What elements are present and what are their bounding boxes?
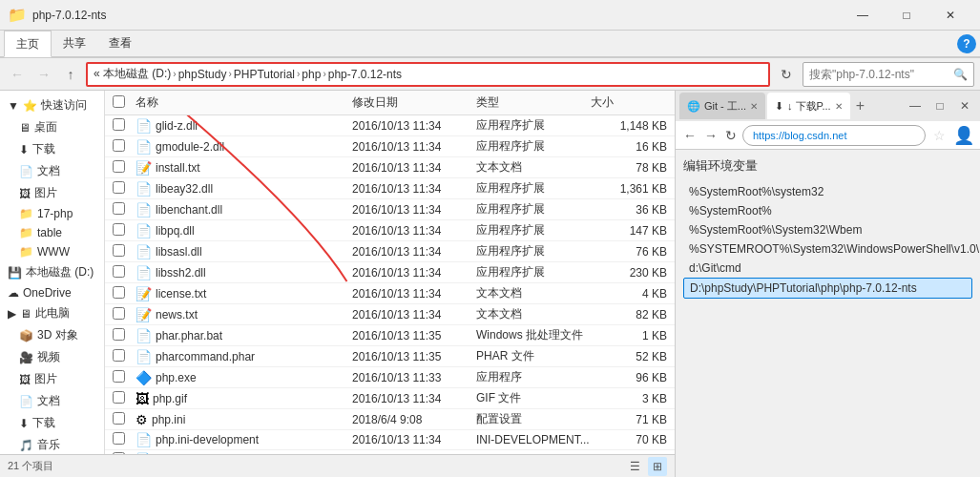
- sidebar-item-pictures[interactable]: 🖼 图片: [0, 182, 104, 204]
- browser-forward-button[interactable]: →: [702, 126, 719, 145]
- table-row[interactable]: 📄 glid-z.dll 2016/10/13 11:34 应用程序扩展 1,1…: [105, 115, 675, 136]
- row-checkbox[interactable]: [113, 328, 125, 341]
- download-icon: ⬇: [19, 143, 29, 156]
- sidebar-item-label: 17-php: [37, 207, 73, 220]
- sidebar-item-video[interactable]: 🎥 视频: [0, 346, 104, 368]
- table-row[interactable]: 📄 libsasl.dll 2016/10/13 11:34 应用程序扩展 76…: [105, 241, 675, 262]
- sidebar-item-desktop[interactable]: 🖥 桌面: [0, 116, 104, 138]
- row-checkbox[interactable]: [113, 370, 125, 383]
- table-row[interactable]: 📄 php.ini-development 2016/10/13 11:34 I…: [105, 430, 675, 450]
- table-row[interactable]: 📝 license.txt 2016/10/13 11:34 文本文档 4 KB: [105, 283, 675, 304]
- col-type-header[interactable]: 类型: [476, 94, 591, 111]
- env-item[interactable]: %SystemRoot%\System32\Wbem: [683, 220, 972, 239]
- profile-icon[interactable]: 👤: [953, 125, 974, 146]
- search-input[interactable]: [809, 68, 949, 81]
- browser-back-button[interactable]: ←: [681, 126, 699, 145]
- select-all-checkbox[interactable]: [113, 95, 125, 108]
- tab-home[interactable]: 主页: [4, 31, 52, 57]
- add-tab-button[interactable]: +: [852, 97, 868, 114]
- tab-share[interactable]: 共享: [52, 31, 97, 57]
- row-checkbox[interactable]: [113, 412, 125, 425]
- browser-minimize-button[interactable]: —: [904, 94, 927, 117]
- download-tab-close[interactable]: ✕: [835, 101, 843, 112]
- env-item[interactable]: %SYSTEMROOT%\System32\WindowsPowerShell\…: [683, 239, 972, 259]
- env-item[interactable]: %SystemRoot%: [683, 201, 972, 220]
- sidebar-item-quick-access[interactable]: ▼ ⭐ 快速访问: [0, 94, 104, 116]
- up-button[interactable]: ↑: [59, 63, 82, 86]
- row-checkbox[interactable]: [113, 223, 125, 236]
- close-button[interactable]: ✕: [928, 0, 972, 31]
- maximize-button[interactable]: □: [885, 0, 928, 31]
- crumb-php[interactable]: php: [302, 68, 321, 81]
- row-checkbox[interactable]: [113, 265, 125, 278]
- browser-url-input[interactable]: [742, 125, 926, 146]
- sidebar-item-documents[interactable]: 📄 文档: [0, 160, 104, 182]
- table-row[interactable]: 📄 phar.phar.bat 2016/10/13 11:35 Windows…: [105, 325, 675, 346]
- forward-button[interactable]: →: [32, 63, 55, 86]
- table-row[interactable]: 📝 news.txt 2016/10/13 11:34 文本文档 82 KB: [105, 304, 675, 325]
- detail-view-button[interactable]: ⊞: [648, 457, 667, 476]
- row-checkbox[interactable]: [113, 160, 125, 173]
- file-type-icon: 📄: [136, 265, 152, 280]
- file-name: phar.phar.bat: [156, 329, 222, 342]
- bookmark-star-icon[interactable]: ☆: [929, 128, 949, 143]
- tab-view[interactable]: 查看: [97, 31, 143, 57]
- env-item[interactable]: d:\Git\cmd: [683, 259, 972, 278]
- table-row[interactable]: 📄 gmodule-2.dll 2016/10/13 11:34 应用程序扩展 …: [105, 136, 675, 157]
- row-checkbox[interactable]: [113, 139, 125, 152]
- sidebar-item-www[interactable]: 📁 WWW: [0, 242, 104, 261]
- col-date-header[interactable]: 修改日期: [352, 94, 476, 111]
- list-view-button[interactable]: ☰: [625, 457, 644, 476]
- table-row[interactable]: 📄 libpq.dll 2016/10/13 11:34 应用程序扩展 147 …: [105, 220, 675, 241]
- row-checkbox[interactable]: [113, 181, 125, 194]
- sidebar-item-3d[interactable]: 📦 3D 对象: [0, 324, 104, 346]
- address-box[interactable]: « 本地磁盘 (D:) › phpStudy › PHPTutorial › p…: [86, 62, 770, 87]
- row-checkbox[interactable]: [113, 307, 125, 320]
- minimize-button[interactable]: —: [841, 0, 885, 31]
- sidebar-item-onedrive[interactable]: ☁ OneDrive: [0, 283, 104, 302]
- sidebar-item-downloads[interactable]: ⬇ 下载: [0, 138, 104, 160]
- back-button[interactable]: ←: [6, 63, 29, 86]
- row-checkbox[interactable]: [113, 244, 125, 257]
- row-checkbox[interactable]: [113, 118, 125, 131]
- file-type: 应用程序扩展: [476, 180, 591, 197]
- browser-close-button[interactable]: ✕: [953, 94, 976, 117]
- sidebar-item-this-pc[interactable]: ▶ 🖥 此电脑: [0, 302, 104, 324]
- table-row[interactable]: 🖼 php.gif 2016/10/13 11:34 GIF 文件 3 KB: [105, 388, 675, 409]
- row-checkbox[interactable]: [113, 286, 125, 299]
- sidebar-item-downloads2[interactable]: ⬇ 下载: [0, 412, 104, 434]
- refresh-button[interactable]: ↻: [774, 62, 799, 87]
- col-size-header[interactable]: 大小: [591, 94, 667, 111]
- sidebar-item-documents2[interactable]: 📄 文档: [0, 390, 104, 412]
- env-item[interactable]: D:\phpStudy\PHPTutorial\php\php-7.0.12-n…: [683, 278, 972, 299]
- row-checkbox[interactable]: [113, 349, 125, 362]
- crumb-phptutorial[interactable]: PHPTutorial: [234, 68, 295, 81]
- crumb-pc[interactable]: « 本地磁盘 (D:): [94, 66, 171, 82]
- table-row[interactable]: ⚙ php.ini 2018/6/4 9:08 配置设置 71 KB: [105, 409, 675, 430]
- row-checkbox[interactable]: [113, 391, 125, 404]
- file-size: 52 KB: [591, 350, 667, 363]
- table-row[interactable]: 🔷 php.exe 2016/10/13 11:33 应用程序 96 KB: [105, 367, 675, 388]
- table-row[interactable]: 📄 libssh2.dll 2016/10/13 11:34 应用程序扩展 23…: [105, 262, 675, 283]
- browser-tab-download[interactable]: ⬇ ↓ 下载P... ✕: [767, 93, 850, 119]
- browser-maximize-button[interactable]: □: [928, 94, 951, 117]
- sidebar-item-local-disk-d[interactable]: 💾 本地磁盘 (D:): [0, 261, 104, 283]
- env-item[interactable]: %SystemRoot%\system32: [683, 182, 972, 201]
- sidebar-item-table[interactable]: 📁 table: [0, 223, 104, 242]
- crumb-phpstudy[interactable]: phpStudy: [178, 68, 227, 81]
- sidebar-item-pictures2[interactable]: 🖼 图片: [0, 368, 104, 390]
- git-tab-close[interactable]: ✕: [750, 101, 758, 112]
- col-name-header[interactable]: 名称: [136, 94, 352, 111]
- row-checkbox[interactable]: [113, 202, 125, 215]
- table-row[interactable]: 📄 libenchant.dll 2016/10/13 11:34 应用程序扩展…: [105, 199, 675, 220]
- pictures2-icon: 🖼: [19, 373, 31, 386]
- sidebar-item-17php[interactable]: 📁 17-php: [0, 204, 104, 223]
- table-row[interactable]: 📄 pharcommand.phar 2016/10/13 11:35 PHAR…: [105, 346, 675, 367]
- row-checkbox[interactable]: [113, 432, 125, 445]
- browser-tab-git[interactable]: 🌐 Git - 工... ✕: [679, 93, 765, 119]
- browser-refresh-button[interactable]: ↻: [723, 126, 739, 145]
- help-button[interactable]: ?: [957, 34, 976, 53]
- table-row[interactable]: 📄 libeay32.dll 2016/10/13 11:34 应用程序扩展 1…: [105, 178, 675, 199]
- sidebar-item-music[interactable]: 🎵 音乐: [0, 434, 104, 454]
- table-row[interactable]: 📝 install.txt 2016/10/13 11:34 文本文档 78 K…: [105, 157, 675, 178]
